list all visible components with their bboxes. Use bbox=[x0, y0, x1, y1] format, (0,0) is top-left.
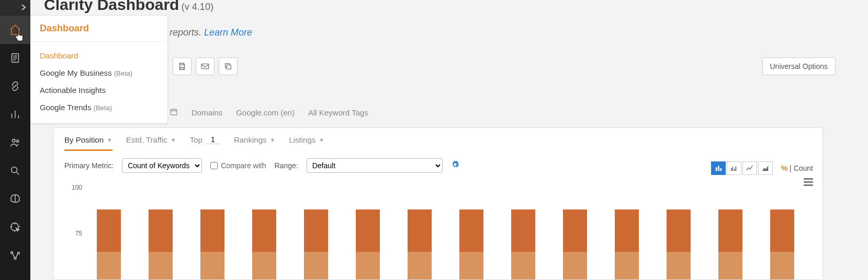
svg-rect-16 bbox=[734, 169, 735, 171]
sidebar-item-charts[interactable] bbox=[0, 100, 30, 129]
calendar-icon[interactable] bbox=[170, 108, 178, 118]
svg-rect-10 bbox=[171, 109, 177, 115]
bar-segment bbox=[667, 252, 691, 279]
bar[interactable] bbox=[408, 188, 432, 279]
crumb-domains[interactable]: Domains bbox=[191, 108, 222, 117]
crumb-engine[interactable]: Google.com (en) bbox=[236, 108, 295, 117]
bar-segment bbox=[200, 252, 224, 279]
bar[interactable] bbox=[304, 188, 328, 279]
percent-count-toggle[interactable]: % | Count bbox=[781, 164, 813, 172]
email-button[interactable] bbox=[196, 57, 215, 75]
left-sidebar bbox=[0, 0, 30, 280]
bar-segment bbox=[511, 252, 535, 279]
page-version: (v 4.10) bbox=[182, 2, 213, 12]
page-title: Clarity Dashboard bbox=[44, 0, 179, 13]
bar[interactable] bbox=[718, 188, 742, 279]
bar[interactable] bbox=[97, 188, 121, 279]
bar[interactable] bbox=[563, 188, 587, 279]
envelope-icon bbox=[201, 63, 209, 70]
chart-type-area[interactable] bbox=[758, 161, 773, 175]
svg-rect-12 bbox=[718, 166, 719, 171]
svg-point-3 bbox=[12, 167, 17, 173]
tab-by-position[interactable]: By Position ▼ bbox=[64, 135, 112, 151]
chart-area: 100 75 bbox=[87, 188, 804, 279]
bar[interactable] bbox=[667, 188, 691, 279]
learn-more-link[interactable]: Learn More bbox=[204, 27, 252, 38]
home-icon bbox=[9, 24, 21, 36]
link-icon bbox=[9, 80, 21, 92]
sidebar-item-link[interactable] bbox=[0, 72, 30, 100]
copy-icon bbox=[224, 62, 232, 71]
bar-segment bbox=[459, 209, 483, 252]
sidebar-item-users[interactable] bbox=[0, 129, 30, 157]
bar-segment bbox=[615, 252, 639, 279]
y-tick: 100 bbox=[72, 184, 82, 191]
svg-rect-8 bbox=[201, 64, 208, 68]
tab-top[interactable]: Top bbox=[190, 135, 220, 149]
svg-rect-13 bbox=[720, 168, 722, 171]
chart-menu-button[interactable] bbox=[804, 178, 813, 186]
bar-segment bbox=[200, 209, 224, 252]
chart-type-grouped-bar[interactable] bbox=[727, 161, 741, 175]
chart-tabs: By Position ▼ Estd. Traffic ▼ Top Rankin… bbox=[54, 128, 822, 151]
chart-right-controls: % | Count bbox=[711, 161, 813, 175]
svg-point-1 bbox=[13, 139, 16, 143]
target-click-icon bbox=[9, 221, 21, 233]
top-value-input[interactable] bbox=[206, 135, 220, 144]
bar[interactable] bbox=[252, 188, 276, 279]
sidebar-item-network[interactable] bbox=[0, 241, 30, 270]
chart-type-stacked-bar[interactable] bbox=[711, 161, 726, 175]
toolbar-row bbox=[173, 57, 238, 75]
sidebar-item-brain[interactable] bbox=[0, 185, 30, 213]
bar-segment bbox=[304, 252, 328, 279]
bar-segment bbox=[252, 209, 276, 252]
bar[interactable] bbox=[459, 188, 483, 279]
crumb-tags[interactable]: All Keyword Tags bbox=[308, 108, 368, 117]
bar-segment bbox=[511, 209, 535, 252]
bar[interactable] bbox=[615, 188, 639, 279]
tab-listings[interactable]: Listings ▼ bbox=[289, 135, 324, 149]
sidebar-item-home[interactable] bbox=[0, 16, 30, 44]
chevron-down-icon: ▼ bbox=[107, 137, 112, 143]
flyout-menu: Dashboard Google My Business (Beta) Acti… bbox=[30, 42, 167, 123]
save-button[interactable] bbox=[173, 57, 191, 75]
flyout-item-dashboard[interactable]: Dashboard bbox=[30, 47, 167, 64]
tab-estd-traffic[interactable]: Estd. Traffic ▼ bbox=[126, 135, 176, 149]
bar-segment bbox=[149, 252, 173, 279]
svg-rect-15 bbox=[732, 167, 733, 171]
sidebar-item-document[interactable] bbox=[0, 44, 30, 72]
bar[interactable] bbox=[149, 188, 173, 279]
bar-segment bbox=[356, 252, 380, 279]
bar-segment bbox=[615, 209, 639, 252]
document-icon bbox=[9, 52, 21, 64]
svg-rect-17 bbox=[735, 167, 736, 171]
compare-with-checkbox[interactable]: Compare with bbox=[210, 161, 266, 170]
bars-container bbox=[87, 188, 804, 279]
chevron-down-icon: ▼ bbox=[269, 137, 275, 143]
chart-type-line[interactable] bbox=[742, 161, 757, 175]
bar-segment bbox=[459, 252, 483, 279]
sidebar-item-search[interactable] bbox=[0, 157, 30, 185]
tab-rankings[interactable]: Rankings ▼ bbox=[234, 135, 275, 149]
sidebar-expand-toggle[interactable] bbox=[0, 0, 30, 16]
copy-button[interactable] bbox=[219, 57, 238, 75]
flyout-item-gmb[interactable]: Google My Business (Beta) bbox=[30, 64, 167, 81]
sidebar-item-target[interactable] bbox=[0, 213, 30, 241]
bar[interactable] bbox=[200, 188, 224, 279]
range-select[interactable]: Default bbox=[307, 158, 443, 173]
flyout-item-insights[interactable]: Actionable Insights bbox=[30, 81, 167, 99]
flyout-item-trends[interactable]: Google Trends (Beta) bbox=[30, 99, 167, 116]
bar-segment bbox=[563, 252, 587, 279]
chevron-right-icon bbox=[20, 4, 27, 11]
bar-segment bbox=[408, 252, 432, 279]
primary-metric-select[interactable]: Count of Keywords bbox=[122, 158, 202, 173]
page-subtitle: reports. Learn More bbox=[170, 27, 252, 38]
bar[interactable] bbox=[356, 188, 380, 279]
bar[interactable] bbox=[511, 188, 535, 279]
bar-segment bbox=[770, 252, 794, 279]
bar-segment bbox=[252, 252, 276, 279]
universal-options-button[interactable]: Universal Options bbox=[762, 57, 836, 75]
search-icon bbox=[9, 165, 21, 177]
gear-icon[interactable] bbox=[451, 160, 459, 171]
bar[interactable] bbox=[770, 188, 794, 279]
